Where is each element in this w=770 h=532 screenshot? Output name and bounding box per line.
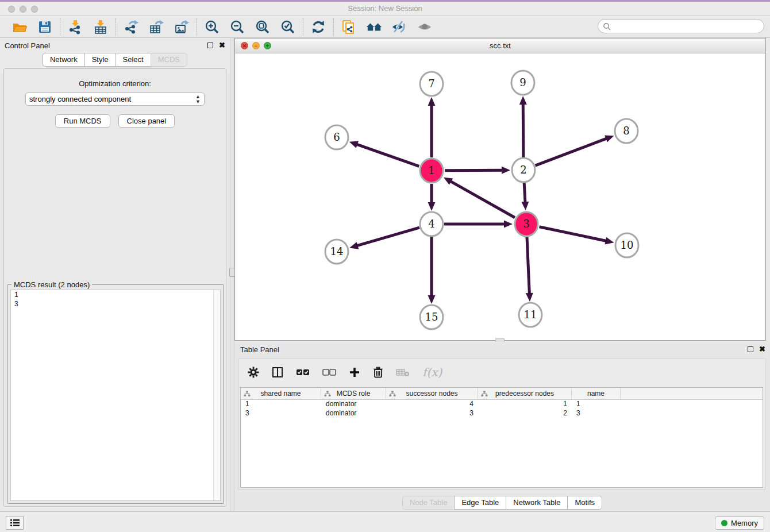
network-maximize-button[interactable]: + xyxy=(264,42,271,49)
edge-3-11[interactable] xyxy=(527,237,529,295)
close-panel-button[interactable]: Close panel xyxy=(118,114,175,128)
show-graphics-button[interactable] xyxy=(417,19,433,35)
unselect-all-columns-button[interactable] xyxy=(322,368,336,376)
refresh-view-button[interactable] xyxy=(310,19,326,35)
edge-3-10[interactable] xyxy=(540,227,607,241)
edge-1-2[interactable] xyxy=(445,170,503,171)
result-item[interactable]: 1 xyxy=(11,290,220,299)
import-network-button[interactable] xyxy=(67,19,83,35)
column-header-successor-nodes[interactable]: successor nodes xyxy=(386,388,478,399)
hide-labels-button[interactable] xyxy=(391,19,407,35)
graph-node-7[interactable]: 7 xyxy=(420,72,443,96)
tab-network[interactable]: Network xyxy=(43,53,84,67)
cell-MCDS-role[interactable]: dominator xyxy=(321,400,386,409)
node-label: 15 xyxy=(425,311,438,323)
table-row[interactable]: 1dominator411 xyxy=(241,400,763,409)
zoom-fit-button[interactable] xyxy=(255,19,271,35)
result-item[interactable]: 3 xyxy=(11,299,220,309)
delete-table-button-disabled[interactable] xyxy=(396,367,410,377)
close-table-panel-icon[interactable]: ✖ xyxy=(759,346,765,352)
cell-successor-nodes[interactable]: 4 xyxy=(386,400,478,409)
search-field[interactable] xyxy=(598,19,764,33)
edge-arrowhead xyxy=(502,167,510,174)
graph-node-14[interactable]: 14 xyxy=(325,240,348,264)
save-session-button[interactable] xyxy=(37,19,53,35)
cell-predecessor-nodes[interactable]: 2 xyxy=(478,409,572,418)
open-session-button[interactable] xyxy=(11,19,28,35)
graph-node-6[interactable]: 6 xyxy=(325,125,348,149)
tab-edge-table[interactable]: Edge Table xyxy=(454,496,506,510)
cell-name[interactable]: 3 xyxy=(572,409,621,418)
network-window-titlebar[interactable]: ✕ − + scc.txt xyxy=(235,38,765,53)
status-bar: Memory xyxy=(0,511,770,532)
float-table-panel-icon[interactable] xyxy=(748,346,753,352)
column-header-shared-name[interactable]: shared name xyxy=(241,388,321,399)
duplicate-network-button[interactable] xyxy=(341,19,357,35)
network-close-button[interactable]: ✕ xyxy=(241,42,248,49)
tab-style[interactable]: Style xyxy=(84,53,116,67)
float-panel-icon[interactable] xyxy=(207,43,213,48)
edge-arrowhead xyxy=(526,293,533,302)
tab-node-table[interactable]: Node Table xyxy=(402,496,455,510)
cell-name[interactable]: 1 xyxy=(572,400,621,409)
column-header-MCDS-role[interactable]: MCDS role xyxy=(321,388,386,399)
graph-node-8[interactable]: 8 xyxy=(615,119,638,143)
memory-status-icon xyxy=(721,520,727,526)
export-table-button[interactable] xyxy=(148,19,164,35)
cell-successor-nodes[interactable]: 3 xyxy=(386,409,478,418)
task-history-button[interactable] xyxy=(6,516,24,530)
graph-node-11[interactable]: 11 xyxy=(519,303,542,327)
network-graph[interactable]: 7968124314101511 xyxy=(235,53,765,340)
close-panel-icon[interactable]: ✖ xyxy=(219,43,225,48)
edge-2-8[interactable] xyxy=(536,138,608,165)
graph-node-1[interactable]: 1 xyxy=(420,159,443,183)
zoom-selected-button[interactable] xyxy=(280,19,296,35)
node-label: 8 xyxy=(623,125,629,137)
memory-button[interactable]: Memory xyxy=(715,516,764,530)
network-minimize-button[interactable]: − xyxy=(252,42,260,49)
network-canvas[interactable]: 7968124314101511 xyxy=(235,53,765,340)
node-table[interactable]: shared nameMCDS rolesuccessor nodesprede… xyxy=(240,387,763,488)
show-column-panel-button[interactable] xyxy=(272,367,283,378)
tab-motifs[interactable]: Motifs xyxy=(567,496,602,510)
cell-predecessor-nodes[interactable]: 1 xyxy=(478,400,572,409)
mcds-result-list[interactable]: 13 xyxy=(10,290,221,501)
edge-2-3[interactable] xyxy=(524,183,525,203)
graph-node-15[interactable]: 15 xyxy=(420,305,443,329)
search-input[interactable] xyxy=(611,22,754,30)
graph-node-4[interactable]: 4 xyxy=(420,212,443,236)
edge-1-6[interactable] xyxy=(356,144,419,167)
column-header-predecessor-nodes[interactable]: predecessor nodes xyxy=(478,388,572,399)
result-scrollbar[interactable] xyxy=(213,290,220,500)
tab-select[interactable]: Select xyxy=(116,53,151,67)
function-builder-button-disabled[interactable]: f(x) xyxy=(422,365,442,379)
import-table-button[interactable] xyxy=(93,19,109,35)
column-header-name[interactable]: name xyxy=(572,388,621,399)
graph-node-10[interactable]: 10 xyxy=(615,233,638,257)
export-image-button[interactable] xyxy=(174,19,190,35)
graph-node-2[interactable]: 2 xyxy=(512,158,535,182)
cell-shared-name[interactable]: 1 xyxy=(241,400,321,409)
delete-column-button[interactable] xyxy=(373,367,383,378)
tab-network-table[interactable]: Network Table xyxy=(506,496,567,510)
edge-3-1[interactable] xyxy=(449,181,515,218)
cell-shared-name[interactable]: 3 xyxy=(241,409,321,418)
tab-mcds[interactable]: MCDS xyxy=(151,53,187,67)
table-row[interactable]: 3dominator323 xyxy=(241,409,763,418)
home-layout-button[interactable] xyxy=(366,19,382,35)
graph-node-3[interactable]: 3 xyxy=(515,212,538,236)
export-network-button[interactable] xyxy=(123,19,139,35)
criterion-dropdown[interactable]: strongly connected component ▲▼ xyxy=(25,92,205,106)
edge-2-9[interactable] xyxy=(523,103,523,157)
graph-node-9[interactable]: 9 xyxy=(511,71,534,95)
cell-MCDS-role[interactable]: dominator xyxy=(321,409,386,418)
zoom-in-button[interactable] xyxy=(204,19,220,35)
select-all-columns-button[interactable] xyxy=(296,368,310,376)
node-table-body: 1dominator4113dominator323 xyxy=(241,400,763,418)
edge-4-14[interactable] xyxy=(356,228,419,246)
edge-arrowhead xyxy=(428,97,436,106)
table-settings-button[interactable] xyxy=(248,367,259,378)
create-column-button[interactable] xyxy=(349,367,360,378)
zoom-out-button[interactable] xyxy=(229,19,245,35)
run-mcds-button[interactable]: Run MCDS xyxy=(55,114,110,128)
